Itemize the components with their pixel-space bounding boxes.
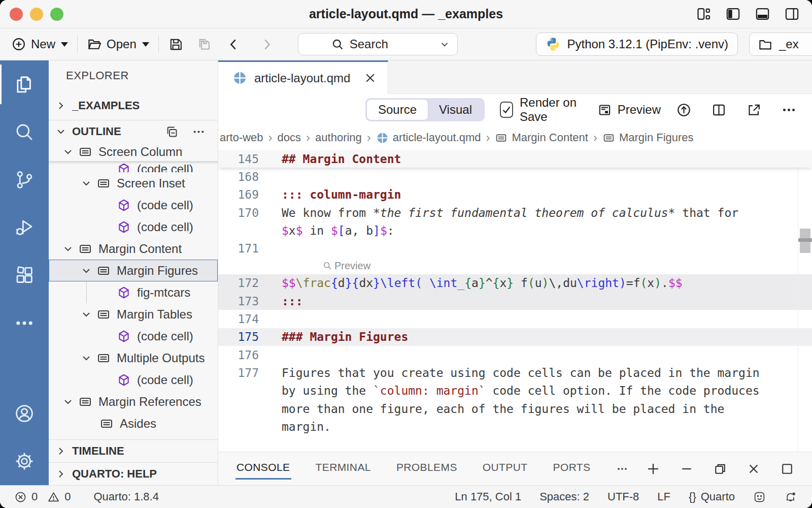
outline-item-margin-content[interactable]: Margin Content <box>49 238 218 260</box>
line-number: 171 <box>218 242 259 255</box>
outline-item-code-cell[interactable]: (code cell) <box>49 194 218 216</box>
editor-scrollbar[interactable] <box>798 150 812 452</box>
customize-layout-icon[interactable] <box>696 6 712 22</box>
eol-status[interactable]: LF <box>657 490 670 503</box>
breadcrumb-item[interactable]: authoring <box>315 131 362 144</box>
activity-files-button[interactable] <box>0 60 49 108</box>
back-button[interactable] <box>226 37 242 52</box>
panel-tab-output[interactable]: OUTPUT <box>482 458 529 480</box>
save-button[interactable] <box>168 37 184 52</box>
cursor-position-status[interactable]: Ln 175, Col 1 <box>455 490 521 503</box>
chevron-down-icon[interactable] <box>439 39 450 50</box>
minimize-panel-icon[interactable] <box>679 461 694 477</box>
sidebar-section-examples[interactable]: _EXAMPLES <box>49 91 218 120</box>
code-cell-icon <box>117 329 134 343</box>
preview-button[interactable]: Preview <box>597 103 661 117</box>
editor-more-actions-icon[interactable] <box>781 102 797 118</box>
chevron-down-icon <box>80 308 96 321</box>
outline-item-screen-column[interactable]: Screen Column <box>49 143 218 161</box>
indentation-status[interactable]: Spaces: 2 <box>539 490 589 503</box>
activity-debug-button[interactable] <box>0 204 49 251</box>
line-number: 169 <box>218 188 259 201</box>
maximize-panel-icon[interactable] <box>780 461 795 477</box>
outline-item-code-cell[interactable]: (code cell) <box>49 369 218 391</box>
split-editor-icon[interactable] <box>711 102 727 118</box>
code-editor[interactable]: 145## Margin Content168169::: column-mar… <box>218 150 812 452</box>
line-number: 168 <box>218 170 259 183</box>
python-interpreter-button[interactable]: Python 3.12.1 (PipEnv: .venv) <box>536 33 738 56</box>
render-on-save-checkbox[interactable]: Render on Save <box>500 96 582 124</box>
outline-item-code-cell[interactable]: (code cell) <box>49 161 218 172</box>
outline-item-code-cell[interactable]: (code cell) <box>49 325 218 347</box>
encoding-status[interactable]: UTF-8 <box>607 490 639 503</box>
outline-item-margin-tables[interactable]: Margin Tables <box>49 303 218 325</box>
activity-source-control-button[interactable] <box>0 156 49 204</box>
activity-settings-button[interactable] <box>0 437 49 485</box>
outline-item-asides[interactable]: Asides <box>49 412 218 434</box>
publish-icon[interactable] <box>676 102 692 118</box>
activity-extensions-button[interactable] <box>0 251 49 299</box>
toggle-panel-icon[interactable] <box>755 6 770 22</box>
panel-tab-ports[interactable]: PORTS <box>552 458 592 480</box>
source-mode-button[interactable]: Source <box>367 100 428 120</box>
breadcrumb-item[interactable]: docs <box>278 131 301 144</box>
chevron-down-icon <box>80 265 96 277</box>
code-line: 177Figures that you create using code ce… <box>218 364 812 382</box>
open-button[interactable]: Open <box>87 37 149 52</box>
save-all-button[interactable] <box>197 37 213 52</box>
sidebar-section-quarto-help[interactable]: QUARTO: HELP <box>49 462 218 485</box>
open-button-label: Open <box>107 37 137 51</box>
quarto-version-status[interactable]: Quarto: 1.8.4 <box>94 490 159 503</box>
activity-account-button[interactable] <box>0 390 49 437</box>
breadcrumb-item[interactable]: article-layout.qmd <box>376 131 481 144</box>
new-button[interactable]: New <box>11 37 68 52</box>
outline-more-actions-icon[interactable] <box>192 125 206 139</box>
forward-button[interactable] <box>259 37 275 52</box>
restore-panel-icon[interactable] <box>713 461 728 477</box>
tab-article-layout[interactable]: article-layout.qmd <box>218 60 388 94</box>
chevron-down-icon <box>62 396 78 408</box>
problems-status[interactable]: 0 0 <box>14 490 71 503</box>
panel-more-tabs-icon[interactable] <box>615 462 629 476</box>
breadcrumb-item[interactable]: Margin Figures <box>602 131 694 144</box>
outline-item-fig-mtcars[interactable]: fig-mtcars <box>49 281 218 303</box>
breadcrumb-item[interactable]: arto-web <box>220 131 263 144</box>
collapse-all-icon[interactable] <box>165 125 179 139</box>
panel-tab-console[interactable]: CONSOLE <box>235 458 291 480</box>
panel-tab-problems[interactable]: PROBLEMS <box>395 458 458 480</box>
explorer-title: EXPLORER <box>66 69 129 82</box>
activity-search-button[interactable] <box>0 108 49 156</box>
toggle-secondary-sidebar-icon[interactable] <box>784 6 800 22</box>
outline-item-screen-inset[interactable]: Screen Inset <box>49 172 218 194</box>
chevron-down-icon <box>62 243 78 255</box>
outline-item-margin-figures[interactable]: Margin Figures <box>49 260 218 281</box>
breadcrumbs: arto-web›docs›authoring›article-layout.q… <box>218 125 812 150</box>
panel-tab-terminal[interactable]: TERMINAL <box>315 458 372 480</box>
breadcrumb-item[interactable]: Margin Content <box>495 131 588 144</box>
search-input[interactable]: Search <box>298 33 458 55</box>
sticky-scroll-line: 145## Margin Content <box>218 150 812 168</box>
notifications-bell-icon[interactable] <box>784 491 797 503</box>
open-external-icon[interactable] <box>746 102 762 118</box>
visual-mode-button[interactable]: Visual <box>428 100 483 120</box>
activity-more-button[interactable] <box>0 299 49 347</box>
new-console-icon[interactable] <box>646 461 661 477</box>
language-mode-status[interactable]: {} Quarto <box>689 490 735 503</box>
outline-item-label: (code cell) <box>137 162 193 172</box>
section-symbol-icon <box>495 132 507 144</box>
workspace-folder-button[interactable]: _ex <box>749 33 812 56</box>
outline-item-code-cell[interactable]: (code cell) <box>49 216 218 238</box>
close-panel-icon[interactable] <box>746 461 761 477</box>
outline-item-multiple-outputs[interactable]: Multiple Outputs <box>49 347 218 369</box>
code-line: more than one figure, each of the figure… <box>218 400 812 418</box>
sidebar-section-outline[interactable]: OUTLINE <box>49 120 218 143</box>
window-title: article-layout.qmd — _examples <box>0 7 812 21</box>
sidebar-section-timeline[interactable]: TIMELINE <box>49 439 218 462</box>
codelens-preview[interactable]: Preview <box>218 258 812 274</box>
code-line: 174 <box>218 310 812 328</box>
close-tab-icon[interactable] <box>363 71 378 85</box>
feedback-smiley-icon[interactable] <box>753 491 766 503</box>
toggle-primary-sidebar-icon[interactable] <box>725 6 741 22</box>
outline-item-margin-references[interactable]: Margin References <box>49 391 218 412</box>
section-symbol-icon <box>96 351 114 365</box>
